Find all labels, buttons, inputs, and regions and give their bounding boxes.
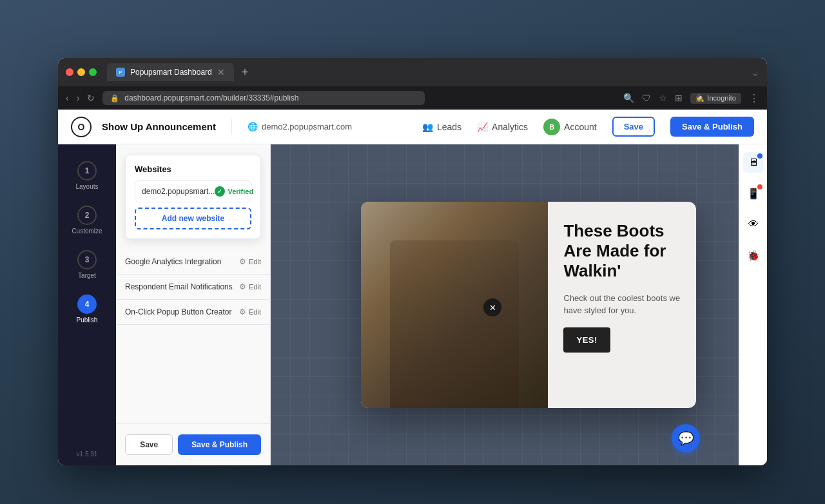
app-container: O Show Up Announcement 🌐 demo2.popupsmar…	[58, 110, 767, 465]
step-label-3: Target	[78, 272, 96, 279]
canvas-area: ✕ These Boots Are Made f	[271, 144, 739, 465]
feature-name-email: Respondent Email Notifications	[125, 282, 233, 291]
step-publish[interactable]: 4 Publish	[58, 288, 116, 330]
panel-publish-button[interactable]: Save & Publish	[178, 434, 261, 455]
nav-right: 👥 Leads 📈 Analytics B Account Save Save …	[422, 117, 754, 137]
step-circle-4: 4	[77, 295, 97, 314]
debug-button[interactable]: 🐞	[743, 245, 764, 266]
feature-name-onclick: On-Click Popup Button Creator	[125, 307, 231, 316]
site-url-display: 🌐 demo2.popupsmart.com	[248, 122, 352, 131]
close-traffic-light[interactable]	[66, 68, 73, 76]
url-text: dashboard.popupsmart.com/builder/33335#p…	[124, 93, 298, 102]
popup-content: These Boots Are Made for Walkin' Check o…	[548, 202, 696, 408]
gear-icon-email: ⚙	[239, 282, 246, 291]
analytics-edit-link[interactable]: ⚙ Edit	[239, 257, 261, 266]
popup-cta-button[interactable]: YES!	[563, 327, 610, 353]
bug-icon: 🐞	[747, 249, 760, 262]
account-nav-link[interactable]: B Account	[543, 119, 597, 135]
verified-label: Verified	[228, 188, 253, 195]
eye-icon: 👁	[748, 218, 759, 230]
desktop-view-button[interactable]: 🖥	[743, 152, 764, 173]
forward-button[interactable]: ›	[77, 93, 80, 103]
browser-chrome: P Popupsmart Dashboard ✕ + ⌄	[58, 58, 767, 86]
website-row[interactable]: demo2.popupsmart... ✓ Verified	[135, 180, 251, 202]
chat-icon: 💬	[678, 431, 694, 446]
browser-toolbar-right: 🔍 🛡 ☆ ⊞ 🕵 Incognito ⋮	[623, 92, 759, 104]
step-label-1: Layouts	[75, 183, 98, 190]
more-options-icon[interactable]: ⋮	[749, 92, 759, 104]
step-customize[interactable]: 2 Customize	[58, 199, 116, 241]
right-toolbar: 🖥 📱 👁 🐞	[739, 144, 767, 465]
window-minimize-icon: ⌄	[751, 66, 759, 79]
reload-button[interactable]: ↻	[87, 93, 95, 103]
save-publish-button[interactable]: Save & Publish	[670, 117, 754, 137]
panel-save-button[interactable]: Save	[125, 434, 173, 455]
panel-bottom: Save Save & Publish	[116, 423, 270, 465]
address-bar-row: ‹ › ↻ 🔒 dashboard.popupsmart.com/builder…	[58, 86, 767, 110]
save-button[interactable]: Save	[612, 117, 655, 137]
desktop-active-dot	[757, 153, 762, 159]
email-notifications-item: Respondent Email Notifications ⚙ Edit	[116, 275, 270, 300]
popup-image	[361, 202, 548, 408]
verified-badge: ✓ Verified	[215, 186, 253, 197]
version-label: v1.5.91	[77, 451, 98, 458]
verified-icon: ✓	[215, 186, 225, 197]
analytics-label: Analytics	[492, 122, 528, 132]
leads-nav-link[interactable]: 👥 Leads	[422, 122, 461, 132]
globe-icon: 🌐	[248, 122, 258, 131]
gear-icon-analytics: ⚙	[239, 257, 246, 266]
new-tab-button[interactable]: +	[242, 66, 249, 79]
extension-icon[interactable]: 🛡	[642, 93, 651, 103]
maximize-traffic-light[interactable]	[89, 68, 97, 76]
step-label-2: Customize	[72, 228, 102, 235]
bookmark-icon[interactable]: ☆	[659, 93, 667, 103]
browser-window: P Popupsmart Dashboard ✕ + ⌄ ‹ › ↻ 🔒 das…	[58, 58, 767, 465]
top-nav: O Show Up Announcement 🌐 demo2.popupsmar…	[58, 110, 767, 144]
incognito-icon: 🕵	[695, 94, 704, 102]
analytics-nav-link[interactable]: 📈 Analytics	[477, 122, 528, 132]
account-avatar: B	[543, 119, 560, 135]
mobile-icon: 📱	[747, 188, 760, 200]
preview-button[interactable]: 👁	[743, 214, 764, 235]
email-edit-label: Edit	[249, 283, 261, 291]
websites-card: Websites demo2.popupsmart... ✓ Verified …	[125, 155, 261, 239]
lock-icon: 🔒	[110, 94, 119, 102]
feature-name-analytics: Google Analytics Integration	[125, 257, 221, 266]
tab-close-button[interactable]: ✕	[217, 67, 225, 77]
tab-grid-icon[interactable]: ⊞	[675, 93, 683, 103]
app-logo: O	[71, 117, 92, 137]
add-website-button[interactable]: Add new website	[135, 208, 251, 229]
website-name: demo2.popupsmart...	[142, 187, 215, 196]
main-layout: 1 Layouts 2 Customize 3 Target 4 Publish…	[58, 144, 767, 465]
onclick-edit-link[interactable]: ⚙ Edit	[239, 307, 261, 316]
gear-icon-onclick: ⚙	[239, 307, 246, 316]
search-icon[interactable]: 🔍	[623, 93, 634, 103]
popup-body: Check out the coolest boots we have styl…	[563, 292, 681, 317]
step-circle-3: 3	[77, 250, 97, 269]
popup-close-button[interactable]: ✕	[483, 298, 501, 316]
url-bar[interactable]: 🔒 dashboard.popupsmart.com/builder/33335…	[102, 91, 425, 105]
boots-illustration	[390, 240, 519, 408]
leads-label: Leads	[437, 122, 461, 132]
tab-title: Popupsmart Dashboard	[130, 68, 212, 77]
nav-divider	[231, 119, 232, 135]
site-url-text: demo2.popupsmart.com	[262, 122, 352, 131]
step-label-4: Publish	[77, 316, 98, 324]
step-target[interactable]: 3 Target	[58, 244, 116, 286]
popup-preview: These Boots Are Made for Walkin' Check o…	[361, 202, 696, 408]
browser-tab[interactable]: P Popupsmart Dashboard ✕	[107, 63, 234, 81]
traffic-lights	[66, 68, 97, 76]
back-button[interactable]: ‹	[66, 93, 69, 103]
analytics-edit-label: Edit	[249, 258, 261, 266]
steps-sidebar: 1 Layouts 2 Customize 3 Target 4 Publish…	[58, 144, 116, 465]
chat-widget[interactable]: 💬	[672, 424, 700, 452]
step-layouts[interactable]: 1 Layouts	[58, 155, 116, 197]
email-edit-link[interactable]: ⚙ Edit	[239, 282, 261, 291]
leads-icon: 👥	[422, 122, 433, 132]
popup-image-bg	[361, 202, 548, 408]
mobile-view-button[interactable]: 📱	[743, 183, 764, 204]
desktop-icon: 🖥	[748, 157, 759, 168]
minimize-traffic-light[interactable]	[77, 68, 85, 76]
step-circle-1: 1	[77, 161, 97, 180]
onclick-popup-item: On-Click Popup Button Creator ⚙ Edit	[116, 300, 270, 325]
